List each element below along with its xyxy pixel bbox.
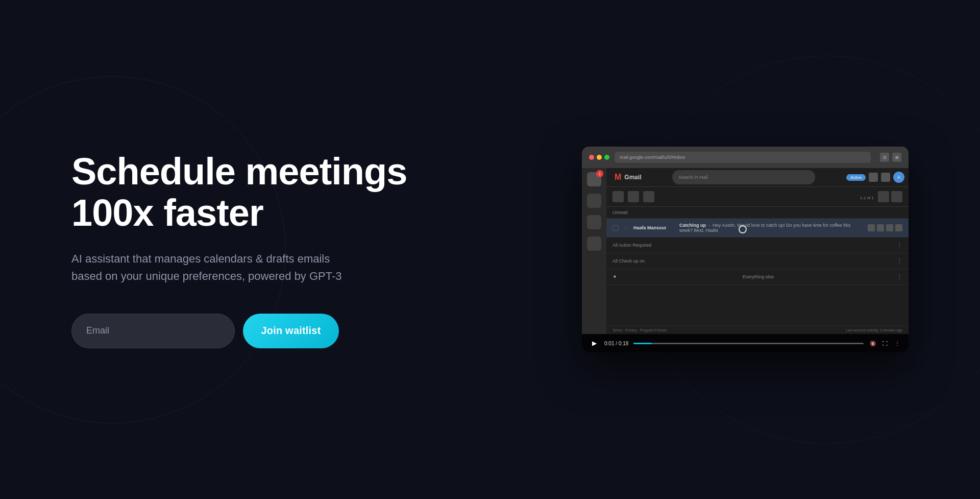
browser-ctrl-1: ⊡ — [880, 153, 889, 162]
video-right-controls: 🔇 ⛶ ⋮ — [869, 339, 901, 347]
gmail-search-bar[interactable]: Search in mail — [672, 170, 815, 184]
gmail-app: 1 M Gmail — [582, 168, 909, 334]
gmail-category-more-icon: ⋮ — [896, 242, 902, 249]
video-fullscreen-icon[interactable]: ⛶ — [881, 339, 889, 347]
gmail-nav-next[interactable] — [891, 191, 902, 202]
right-section: mail.google.com/mail/u/0/#inbox ⊡ ⊞ — [582, 147, 909, 352]
video-content: mail.google.com/mail/u/0/#inbox ⊡ ⊞ — [582, 147, 909, 334]
gmail-footer: Terms · Privacy · Program Policies Last … — [606, 326, 909, 334]
browser-controls: ⊡ ⊞ — [880, 153, 901, 162]
gmail-toolbar: 1-1 of 1 — [606, 187, 909, 207]
video-progress-bar[interactable] — [633, 343, 864, 344]
browser-url-bar[interactable]: mail.google.com/mail/u/0/#inbox — [615, 152, 871, 163]
gmail-more-icon[interactable] — [895, 224, 902, 231]
browser-close-dot — [589, 155, 594, 160]
gmail-settings-icon[interactable] — [869, 173, 878, 182]
gmail-category-checkup-label: All Check up on — [612, 258, 645, 264]
video-wrapper: mail.google.com/mail/u/0/#inbox ⊡ ⊞ — [582, 147, 909, 334]
gmail-category-action[interactable]: All Action Required ⋮ — [606, 237, 909, 253]
gmail-category-more-icon-3: ⋮ — [896, 273, 902, 280]
browser-expand-dot — [604, 155, 609, 160]
subheadline: AI assistant that manages calendars & dr… — [71, 250, 347, 285]
gmail-sidebar-chat-icon[interactable] — [587, 194, 601, 208]
gmail-sidebar-spaces-icon[interactable] — [587, 215, 601, 229]
browser-minimize-dot — [597, 155, 602, 160]
gmail-snooze-icon[interactable] — [886, 224, 893, 231]
gmail-toolbar-check[interactable] — [612, 191, 624, 202]
gmail-count: 1-1 of 1 — [860, 196, 874, 200]
gmail-nav-prev[interactable] — [878, 191, 889, 202]
video-more-icon[interactable]: ⋮ — [893, 339, 901, 347]
join-waitlist-button[interactable]: Join waitlist — [243, 314, 339, 348]
gmail-apps-icon[interactable] — [881, 173, 890, 182]
gmail-toolbar-refresh[interactable] — [628, 191, 639, 202]
headline-line1: Schedule meetings — [71, 150, 407, 193]
gmail-row-checkbox[interactable] — [612, 225, 619, 231]
gmail-sender: Haafa Mansour — [633, 225, 674, 230]
left-section: Schedule meetings 100x faster AI assista… — [71, 151, 407, 348]
gmail-sidebar: 1 — [582, 168, 606, 334]
video-container: mail.google.com/mail/u/0/#inbox ⊡ ⊞ — [582, 147, 909, 352]
gmail-logo: M Gmail — [610, 171, 646, 184]
gmail-subject-label: Catching up — [679, 223, 706, 228]
gmail-sidebar-meet-icon[interactable] — [587, 236, 601, 251]
gmail-subject: Catching up - Hey Austin, Would love to … — [679, 223, 863, 233]
gmail-unread-header: Unread — [606, 207, 909, 219]
gmail-category-action-label: All Action Required — [612, 243, 651, 248]
gmail-toolbar-more[interactable] — [643, 191, 654, 202]
gmail-sidebar-mail-icon[interactable]: 1 — [587, 172, 601, 186]
gmail-footer-activity: Last account activity: 3 minutes ago — [846, 328, 902, 332]
gmail-active-badge: Active — [846, 174, 866, 181]
browser-url-text: mail.google.com/mail/u/0/#inbox — [620, 155, 685, 160]
gmail-unread-label: Unread — [612, 210, 628, 215]
gmail-search-text: Search in mail — [678, 175, 707, 180]
email-input[interactable] — [71, 314, 235, 348]
video-progress-fill — [633, 343, 652, 344]
video-volume-icon[interactable]: 🔇 — [869, 339, 877, 347]
gmail-category-checkup[interactable]: All Check up on ⋮ — [606, 253, 909, 269]
gmail-star-icon[interactable]: ☆ — [624, 225, 628, 231]
headline: Schedule meetings 100x faster — [71, 151, 407, 234]
video-play-button[interactable]: ▶ — [589, 338, 599, 348]
gmail-label: Gmail — [624, 174, 641, 181]
headline-line2: 100x faster — [71, 192, 263, 234]
gmail-category-else-label: Everything else — [743, 274, 774, 279]
browser-ctrl-2: ⊞ — [892, 153, 901, 162]
video-time-display: 0:01 / 0:18 — [604, 341, 628, 346]
gmail-delete-icon[interactable] — [877, 224, 884, 231]
video-total-time: 0:18 — [619, 341, 628, 346]
gmail-header: M Gmail Search in mail Active — [606, 168, 909, 187]
gmail-m-icon: M — [615, 173, 621, 182]
video-current-time: 0:01 — [604, 341, 614, 346]
gmail-main-content: M Gmail Search in mail Active — [606, 168, 909, 334]
gmail-avatar[interactable]: A — [893, 172, 904, 183]
gmail-unread-badge: 1 — [596, 170, 603, 177]
gmail-empty-area — [606, 285, 909, 326]
browser-mockup: mail.google.com/mail/u/0/#inbox ⊡ ⊞ — [582, 147, 909, 168]
gmail-category-else[interactable]: ▼ Everything else ⋮ — [606, 269, 909, 285]
browser-traffic-lights — [589, 155, 609, 160]
browser-bar: mail.google.com/mail/u/0/#inbox ⊡ ⊞ — [582, 147, 909, 168]
cta-row: Join waitlist — [71, 314, 407, 348]
gmail-footer-terms: Terms · Privacy · Program Policies — [612, 328, 667, 332]
gmail-pagination: 1-1 of 1 — [860, 192, 874, 201]
gmail-email-row[interactable]: ☆ Haafa Mansour Catching up - Hey Austin… — [606, 219, 909, 237]
gmail-category-more-icon-2: ⋮ — [896, 257, 902, 265]
main-container: Schedule meetings 100x faster AI assista… — [0, 0, 980, 499]
video-controls: ▶ 0:01 / 0:18 🔇 ⛶ ⋮ — [582, 334, 909, 352]
gmail-archive-icon[interactable] — [868, 224, 875, 231]
